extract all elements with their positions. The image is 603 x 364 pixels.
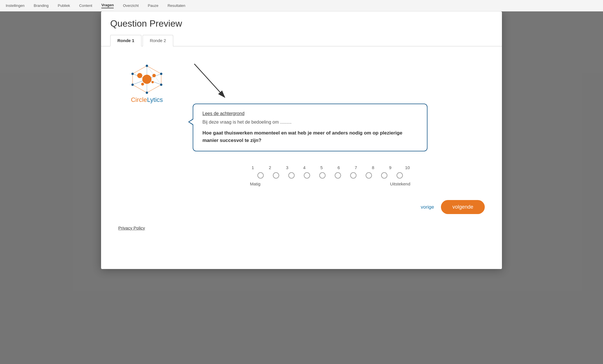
scale-radio-4[interactable] (304, 172, 310, 179)
nav-publiek[interactable]: Publiek (58, 3, 70, 8)
scale-num-3: 3 (283, 165, 291, 170)
svg-point-12 (152, 74, 156, 77)
scale-label-right: Uitstekend (390, 181, 410, 186)
logo-circle-text: Circle (131, 96, 147, 103)
logo-section: CircleLytics (118, 58, 176, 214)
scale-num-5: 5 (318, 165, 326, 170)
modal-title: Question Preview (110, 18, 493, 29)
tab-ronde-2[interactable]: Ronde 2 (143, 35, 173, 46)
svg-point-13 (141, 83, 144, 86)
svg-point-19 (131, 84, 134, 86)
bubble-question-text: Hoe gaat thuiswerken momenteel en wat he… (202, 129, 418, 144)
scale-section: 1 2 3 4 5 6 7 8 9 10 (176, 165, 485, 186)
scale-num-2: 2 (266, 165, 274, 170)
top-navigation: Instellingen Branding Publiek Content Vr… (0, 0, 603, 11)
scale-num-9: 9 (386, 165, 394, 170)
scale-num-8: 8 (369, 165, 377, 170)
nav-overzicht[interactable]: Overzicht (123, 3, 139, 8)
bubble-background-link[interactable]: Lees de achtergrond (202, 111, 418, 116)
nav-resultaten[interactable]: Resultaten (168, 3, 185, 8)
scale-label-left: Matig (250, 181, 261, 186)
scale-radio-1[interactable] (257, 172, 264, 179)
scale-radio-10[interactable] (397, 172, 403, 179)
speech-bubble: Lees de achtergrond Bij deze vraag is he… (193, 104, 427, 151)
navigation-buttons: vorige volgende (176, 200, 485, 214)
modal-header: Question Preview (101, 11, 502, 35)
logo-lytics-text: Lytics (147, 96, 163, 103)
content-area: CircleLytics (118, 58, 485, 214)
svg-point-18 (146, 92, 148, 94)
svg-point-20 (131, 73, 134, 75)
scale-radio-2[interactable] (273, 172, 279, 179)
circlelytics-logo (127, 64, 167, 95)
logo-text: CircleLytics (131, 96, 163, 104)
question-preview-modal: Question Preview Ronde 1 Ronde 2 (101, 11, 502, 269)
arrow-and-bubble-section: Lees de achtergrond Bij deze vraag is he… (176, 58, 485, 214)
arrow-container (176, 58, 485, 104)
svg-point-17 (160, 84, 162, 86)
svg-point-15 (146, 65, 148, 67)
svg-point-16 (160, 73, 162, 75)
scale-radios (257, 172, 403, 179)
scale-numbers: 1 2 3 4 5 6 7 8 9 10 (249, 165, 411, 170)
scale-num-10: 10 (403, 165, 411, 170)
svg-point-14 (151, 81, 154, 83)
nav-branding[interactable]: Branding (34, 3, 49, 8)
tabs: Ronde 1 Ronde 2 (110, 35, 493, 46)
modal-body: CircleLytics (101, 46, 502, 247)
nav-vragen[interactable]: Vragen (101, 3, 114, 8)
svg-line-22 (194, 64, 225, 97)
scale-num-1: 1 (249, 165, 257, 170)
arrow-icon (176, 58, 256, 106)
scale-radio-3[interactable] (288, 172, 295, 179)
bubble-intro-text: Bij deze vraag is het de bedoeling om ..… (202, 120, 418, 125)
scale-radio-7[interactable] (350, 172, 356, 179)
scale-radio-9[interactable] (381, 172, 387, 179)
scale-radio-8[interactable] (366, 172, 372, 179)
svg-point-11 (137, 73, 142, 78)
nav-pauze[interactable]: Pauze (148, 3, 158, 8)
modal-overlay: Question Preview Ronde 1 Ronde 2 (0, 11, 603, 364)
volgende-button[interactable]: volgende (441, 200, 485, 214)
tabs-container: Ronde 1 Ronde 2 (101, 35, 502, 46)
scale-labels: Matig Uitstekend (250, 181, 410, 186)
svg-point-10 (142, 75, 151, 84)
scale-radio-5[interactable] (319, 172, 326, 179)
tab-ronde-1[interactable]: Ronde 1 (110, 35, 141, 46)
nav-instellingen[interactable]: Instellingen (6, 3, 25, 8)
scale-radio-6[interactable] (335, 172, 341, 179)
scale-num-4: 4 (300, 165, 308, 170)
scale-num-7: 7 (352, 165, 360, 170)
scale-num-6: 6 (335, 165, 343, 170)
nav-content[interactable]: Content (79, 3, 92, 8)
privacy-policy-link[interactable]: Privacy Policy (118, 225, 145, 230)
vorige-button[interactable]: vorige (421, 204, 434, 210)
